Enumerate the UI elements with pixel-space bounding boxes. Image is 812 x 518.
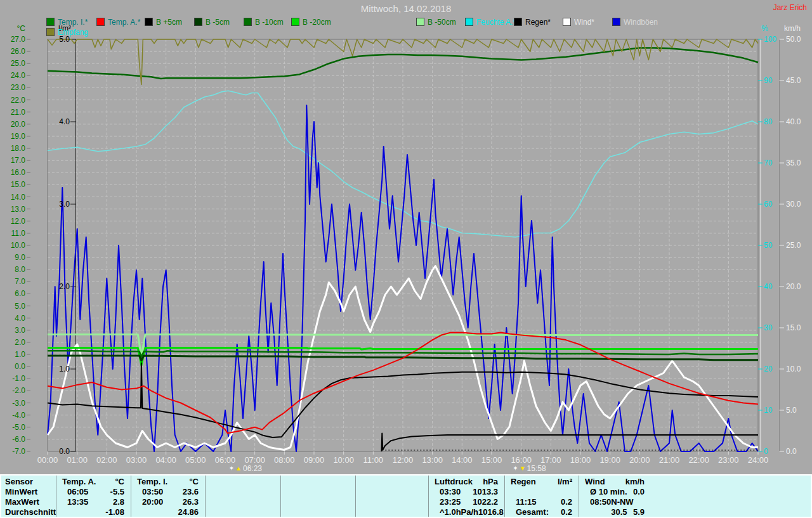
cell-value: 1022.2 xyxy=(473,497,498,507)
tick-degc: 25.0 xyxy=(1,59,25,68)
cell-value: 0.2 xyxy=(561,497,572,507)
sunrise-marker-arrow-icon: ▲ xyxy=(235,465,242,472)
section-title: Regen xyxy=(511,477,536,487)
tick-kmh: 45.0 xyxy=(786,76,809,85)
tick-kmh: 50.0 xyxy=(786,35,809,44)
tick-degc: -3.0 xyxy=(1,399,25,408)
sunset-marker: ✶▼15:58 xyxy=(513,464,546,473)
sunset-marker-arrow-icon: ▼ xyxy=(520,465,526,472)
tick-kmh: 0.0 xyxy=(786,447,809,456)
cell-time xyxy=(287,497,292,507)
cell-value: 1016.8 xyxy=(478,507,504,517)
stats-table: SensorMinWertMaxWertDurchschnittTemp. A.… xyxy=(0,474,812,518)
cell-value: 1013.3 xyxy=(473,487,498,497)
tick-degc: 17.0 xyxy=(1,156,25,165)
cell-time: 03:30 xyxy=(435,487,461,497)
cell-time: 11:15 xyxy=(511,497,537,507)
table-divider xyxy=(131,476,131,517)
section-unit: °C xyxy=(189,477,199,487)
sun-icon: ✶ xyxy=(513,465,518,472)
time-label-1100: 11:00 xyxy=(359,455,387,465)
tick-kmh: 15.0 xyxy=(786,323,809,332)
table-section-empty xyxy=(211,477,274,517)
tick-pct: 90 xyxy=(764,76,780,85)
time-label-0400: 04:00 xyxy=(152,455,180,465)
tick-degc: 12.0 xyxy=(1,217,25,226)
tick-lm2: 3.0 xyxy=(51,200,70,209)
tick-degc: 21.0 xyxy=(1,108,25,117)
tick-kmh: 25.0 xyxy=(786,241,809,250)
tick-degc: 6.0 xyxy=(1,289,25,298)
cell-value: 23.6 xyxy=(183,487,199,497)
section-unit: hPa xyxy=(483,477,498,487)
sunrise-marker: ✶▲06:23 xyxy=(229,464,262,473)
table-divider xyxy=(280,476,281,517)
section-unit: km/h xyxy=(625,477,645,487)
tick-kmh: 10.0 xyxy=(786,365,809,373)
time-label-0600: 06:00 xyxy=(211,455,239,465)
tick-degc: 2.0 xyxy=(1,338,25,347)
table-section-temp-a-: Temp. A.°C06:05-5.513:352.8-1.08 xyxy=(62,477,124,517)
time-label-1700: 17:00 xyxy=(537,455,565,465)
cell-time xyxy=(511,487,516,497)
tick-degc: 0.0 xyxy=(1,362,25,371)
cell-time xyxy=(362,497,367,507)
tick-kmh: 30.0 xyxy=(786,200,809,209)
section-unit: l/m² xyxy=(558,477,572,487)
tick-pct: 30 xyxy=(764,323,780,332)
cell-time: ^1.0hPa/h xyxy=(435,507,478,517)
cell-time xyxy=(211,507,216,517)
tick-degc: 9.0 xyxy=(1,253,25,262)
table-row-labels: SensorMinWertMaxWertDurchschnitt xyxy=(5,477,56,517)
row-label-sensor: Sensor xyxy=(5,477,56,487)
tick-degc: 14.0 xyxy=(1,193,25,202)
table-section-empty xyxy=(287,477,349,517)
cell-time: Gesamt: xyxy=(511,507,549,517)
time-label-1300: 13:00 xyxy=(419,455,447,465)
tick-degc: 15.0 xyxy=(1,180,25,189)
tick-kmh: 20.0 xyxy=(786,282,809,291)
tick-pct: 10 xyxy=(764,406,780,415)
sunrise-marker-time: 06:23 xyxy=(243,464,262,473)
table-section-regen: Regenl/m²11:150.2Gesamt:0.2 xyxy=(511,477,572,517)
tick-kmh: 35.0 xyxy=(786,159,809,167)
table-section-temp-i-: Temp. I.°C03:5023.620:0026.324.86 xyxy=(137,477,199,517)
cell-value: N-NW 30.5 xyxy=(611,497,645,507)
table-divider xyxy=(579,476,579,517)
cell-time xyxy=(362,487,367,497)
time-label-0900: 09:00 xyxy=(300,455,328,465)
row-label-maxwert: MaxWert xyxy=(5,497,56,507)
cell-time: 23:25 xyxy=(435,497,461,507)
time-label-1600: 16:00 xyxy=(508,455,535,465)
cell-time xyxy=(211,497,216,507)
table-divider xyxy=(428,476,429,517)
cell-value: -1.08 xyxy=(105,507,124,517)
tick-degc: -6.0 xyxy=(1,435,25,444)
time-label-2300: 23:00 xyxy=(714,455,742,465)
tick-degc: 22.0 xyxy=(1,96,25,105)
time-label-0700: 07:00 xyxy=(241,455,269,465)
cell-time: 03:50 xyxy=(137,487,163,497)
tick-degc: 19.0 xyxy=(1,132,25,141)
tick-lm2: 4.0 xyxy=(51,117,70,126)
cell-time: 13:35 xyxy=(62,497,88,507)
series-regen-kumuliert xyxy=(381,433,758,451)
table-section-empty xyxy=(362,477,422,517)
tick-pct: 100 xyxy=(764,35,780,44)
table-divider xyxy=(504,476,505,517)
cell-time: 08:50 xyxy=(585,497,611,507)
time-label-0000: 00:00 xyxy=(34,455,62,465)
tick-degc: 18.0 xyxy=(1,144,25,153)
tick-degc: -4.0 xyxy=(1,411,25,420)
cell-time xyxy=(287,507,292,517)
time-label-1800: 18:00 xyxy=(566,455,594,465)
tick-degc: 13.0 xyxy=(1,205,25,214)
sunset-marker-time: 15:58 xyxy=(527,464,546,473)
tick-lm2: 2.0 xyxy=(51,282,70,291)
tick-degc: 16.0 xyxy=(1,168,25,177)
tick-degc: 11.0 xyxy=(1,229,25,238)
time-label-0300: 03:00 xyxy=(122,455,150,465)
tick-degc: 23.0 xyxy=(1,83,25,92)
time-label-1500: 15:00 xyxy=(478,455,506,465)
tick-pct: 80 xyxy=(764,117,780,126)
